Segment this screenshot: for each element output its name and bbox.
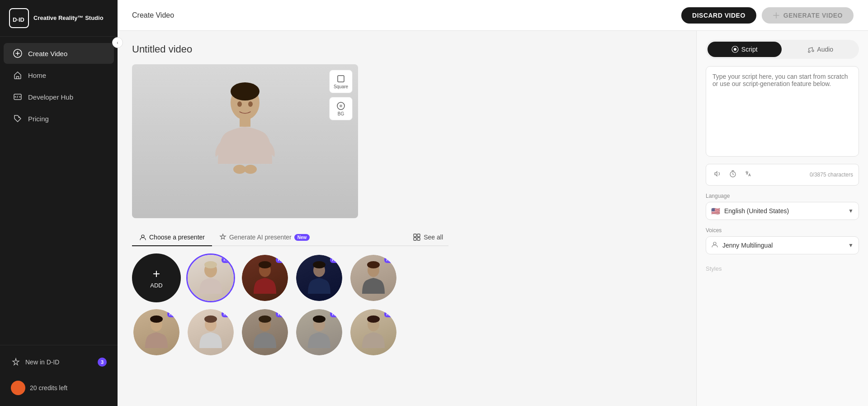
svg-rect-16 xyxy=(414,234,416,237)
sidebar-item-create-video[interactable]: Create Video xyxy=(4,43,114,64)
presenter-card-4[interactable]: HQ xyxy=(349,253,398,302)
presenter-card-8[interactable]: HQ xyxy=(295,308,344,357)
presenter-tabs: Choose a presenter Generate AI presenter… xyxy=(132,229,448,246)
svg-point-31 xyxy=(204,315,217,323)
styles-label: Styles xyxy=(706,262,859,276)
choose-presenter-label: Choose a presenter xyxy=(149,234,205,241)
svg-point-29 xyxy=(150,315,163,323)
timer-icon[interactable] xyxy=(727,168,739,182)
hq-badge-9: HQ xyxy=(384,311,395,317)
hq-badge-5: HQ xyxy=(167,311,178,317)
sidebar-item-pricing[interactable]: Pricing xyxy=(4,108,114,129)
presenter-card-9[interactable]: HQ xyxy=(349,308,398,357)
svg-point-35 xyxy=(313,315,326,323)
video-preview: Square BG xyxy=(132,64,358,218)
hq-badge-2: HQ xyxy=(276,257,287,263)
sidebar-item-developer-hub[interactable]: Developer Hub xyxy=(4,86,114,107)
hq-badge-8: HQ xyxy=(330,311,341,317)
plus-icon xyxy=(13,48,23,58)
tab-choose-presenter[interactable]: Choose a presenter xyxy=(132,229,212,246)
svg-text:D·ID: D·ID xyxy=(13,16,24,23)
presenter-card-5[interactable]: HQ xyxy=(132,308,181,357)
script-toolbar: 0/3875 characters xyxy=(706,164,859,186)
translate-icon[interactable] xyxy=(742,168,754,182)
see-all-button[interactable]: See all xyxy=(407,229,448,245)
svg-point-27 xyxy=(367,261,380,268)
volume-icon[interactable] xyxy=(712,168,723,182)
svg-point-8 xyxy=(233,165,246,174)
bg-btn[interactable]: BG xyxy=(329,97,353,120)
video-title: Untitled video xyxy=(132,43,682,55)
generate-video-button: GENERATE VIDEO xyxy=(762,7,854,24)
hq-badge-1: HQ xyxy=(222,257,232,263)
script-audio-tabs: Script Audio xyxy=(706,40,859,59)
tag-icon xyxy=(13,114,23,124)
language-select[interactable]: English (United States) Spanish French G… xyxy=(706,202,859,220)
presenter-card-1[interactable]: HQ xyxy=(186,253,235,302)
presenter-row-1: + ADD HQ xyxy=(132,253,682,302)
logo-area: D·ID Creative Reality™ Studio xyxy=(0,0,118,37)
script-tab-btn[interactable]: Script xyxy=(708,42,782,57)
new-in-did-label: New in D-ID xyxy=(25,358,59,366)
hq-badge-7: HQ xyxy=(276,311,287,317)
topbar: Create Video DISCARD VIDEO GENERATE VIDE… xyxy=(118,0,868,31)
new-in-did-item[interactable]: New in D-ID 3 xyxy=(5,353,112,372)
script-tab-label: Script xyxy=(741,46,758,53)
presenter-card-6[interactable]: HQ xyxy=(186,308,235,357)
credits-label: 20 credits left xyxy=(30,384,67,392)
svg-point-14 xyxy=(340,105,342,107)
language-field: Language English (United States) Spanish… xyxy=(706,193,859,220)
add-presenter-btn[interactable]: + ADD xyxy=(132,253,181,302)
square-format-btn[interactable]: Square xyxy=(329,70,353,93)
presenter-figure xyxy=(200,73,290,209)
add-label: ADD xyxy=(150,282,162,289)
svg-rect-12 xyxy=(338,76,344,82)
presenter-card-7[interactable]: HQ xyxy=(241,308,289,357)
language-label: Language xyxy=(706,193,859,199)
video-preview-container: Square BG xyxy=(132,64,358,218)
svg-point-21 xyxy=(204,261,217,268)
voices-select-wrapper: Jenny Multilingual Amy Brian Emma ▼ xyxy=(706,236,859,254)
topbar-actions: DISCARD VIDEO GENERATE VIDEO xyxy=(681,7,854,24)
presenter-card-2[interactable]: HQ xyxy=(241,253,289,302)
presenter-card-3[interactable]: HQ xyxy=(295,253,344,302)
discard-video-button[interactable]: DISCARD VIDEO xyxy=(681,7,756,24)
see-all-label: See all xyxy=(424,234,443,241)
svg-rect-19 xyxy=(417,238,420,240)
sidebar-collapse-btn[interactable]: ‹ xyxy=(112,37,123,48)
svg-point-15 xyxy=(142,235,144,238)
styles-section: Styles xyxy=(706,262,859,276)
voice-icon xyxy=(711,241,718,250)
svg-point-11 xyxy=(248,101,253,107)
hq-badge-6: HQ xyxy=(222,311,232,317)
content-area: Untitled video xyxy=(118,31,868,406)
flag-icon: 🇺🇸 xyxy=(711,207,720,215)
credits-avatar xyxy=(11,381,25,395)
voices-select[interactable]: Jenny Multilingual Amy Brian Emma xyxy=(706,236,859,254)
audio-tab-btn[interactable]: Audio xyxy=(783,42,858,57)
logo-text: Creative Reality™ Studio xyxy=(33,14,104,22)
sidebar-nav: Create Video Home Developer Hub xyxy=(0,37,118,345)
home-label: Home xyxy=(28,72,46,79)
new-badge: New xyxy=(294,234,310,241)
svg-point-10 xyxy=(237,101,242,107)
svg-point-23 xyxy=(259,261,271,268)
tab-generate-ai-presenter[interactable]: Generate AI presenter New xyxy=(212,229,317,246)
language-select-wrapper: English (United States) Spanish French G… xyxy=(706,202,859,220)
script-textarea[interactable] xyxy=(706,66,859,157)
svg-point-9 xyxy=(244,165,257,174)
create-video-label: Create Video xyxy=(28,50,67,57)
svg-point-33 xyxy=(259,315,271,323)
video-controls: Square BG xyxy=(329,70,353,120)
svg-rect-18 xyxy=(414,238,416,240)
logo-icon: D·ID xyxy=(9,8,29,28)
sidebar-bottom: New in D-ID 3 20 credits left xyxy=(0,345,118,406)
new-in-did-badge: 3 xyxy=(98,358,107,367)
char-count: 0/3875 characters xyxy=(810,172,853,178)
sidebar-item-home[interactable]: Home xyxy=(4,65,114,86)
right-panel: Script Audio xyxy=(696,31,868,406)
sidebar: D·ID Creative Reality™ Studio Create Vid… xyxy=(0,0,118,406)
code-icon xyxy=(13,92,23,102)
svg-point-6 xyxy=(231,82,259,100)
credits-row: 20 credits left xyxy=(5,377,112,399)
